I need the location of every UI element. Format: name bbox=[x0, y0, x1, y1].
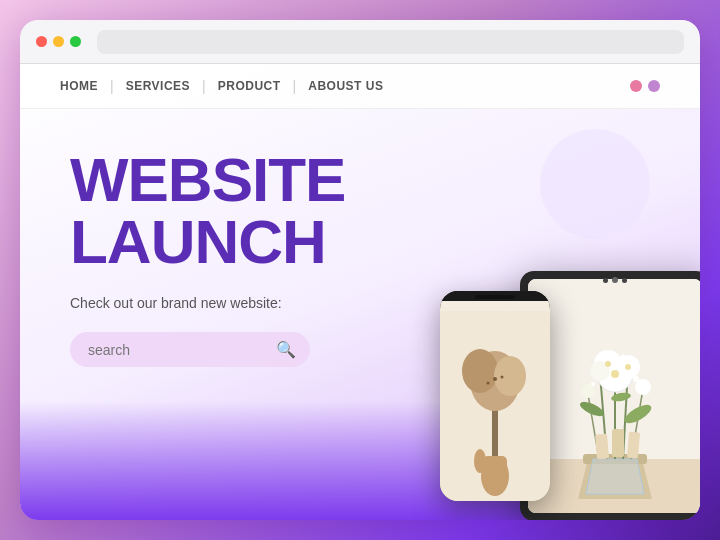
hero-content: WEBSITE LAUNCH Check out our brand new w… bbox=[70, 149, 410, 367]
svg-point-29 bbox=[621, 355, 626, 360]
search-input[interactable] bbox=[88, 342, 276, 358]
minimize-icon[interactable] bbox=[53, 36, 64, 47]
nav-sep-3: | bbox=[293, 78, 297, 94]
browser-window: HOME | SERVICES | PRODUCT | ABOUST US WE… bbox=[20, 20, 700, 520]
svg-rect-33 bbox=[612, 429, 624, 457]
nav-sep-1: | bbox=[110, 78, 114, 94]
svg-point-31 bbox=[591, 382, 595, 386]
hero-title-line1: WEBSITE bbox=[70, 145, 345, 214]
browser-chrome bbox=[20, 20, 700, 64]
svg-point-7 bbox=[501, 376, 504, 379]
cam-dot-left bbox=[603, 278, 608, 283]
hero-subtitle: Check out our brand new website: bbox=[70, 293, 410, 314]
nav-sep-2: | bbox=[202, 78, 206, 94]
nav-dots bbox=[630, 80, 660, 92]
window-controls bbox=[36, 36, 81, 47]
address-bar[interactable] bbox=[97, 30, 684, 54]
phone-notch bbox=[440, 291, 550, 301]
svg-rect-34 bbox=[627, 432, 640, 459]
tablet-flower-illustration bbox=[528, 279, 700, 513]
tablet-screen bbox=[528, 279, 700, 513]
tablet-camera bbox=[603, 277, 627, 283]
svg-point-25 bbox=[611, 370, 619, 378]
svg-point-10 bbox=[474, 449, 486, 473]
nav-home[interactable]: HOME bbox=[60, 79, 98, 93]
nav-dot-pink bbox=[630, 80, 642, 92]
svg-point-5 bbox=[493, 377, 497, 381]
svg-point-27 bbox=[625, 364, 631, 370]
phone-flower-illustration bbox=[440, 311, 550, 501]
svg-point-24 bbox=[581, 384, 595, 398]
svg-point-26 bbox=[605, 361, 611, 367]
nav-services[interactable]: SERVICES bbox=[126, 79, 190, 93]
nav-dot-purple bbox=[648, 80, 660, 92]
svg-point-6 bbox=[487, 382, 490, 385]
hero-title: WEBSITE LAUNCH bbox=[70, 149, 410, 273]
circle-decoration bbox=[540, 129, 650, 239]
navigation: HOME | SERVICES | PRODUCT | ABOUST US bbox=[20, 64, 700, 109]
cam-dot-center bbox=[612, 277, 618, 283]
nav-about[interactable]: ABOUST US bbox=[308, 79, 383, 93]
maximize-icon[interactable] bbox=[70, 36, 81, 47]
svg-point-4 bbox=[494, 356, 526, 396]
browser-content: HOME | SERVICES | PRODUCT | ABOUST US WE… bbox=[20, 64, 700, 520]
hero-section: WEBSITE LAUNCH Check out our brand new w… bbox=[20, 109, 700, 520]
phone-screen bbox=[440, 301, 550, 501]
svg-rect-32 bbox=[595, 434, 609, 460]
devices-mockup bbox=[440, 271, 700, 520]
nav-product[interactable]: PRODUCT bbox=[218, 79, 281, 93]
search-icon[interactable]: 🔍 bbox=[276, 340, 296, 359]
svg-point-3 bbox=[462, 349, 498, 393]
svg-rect-9 bbox=[483, 456, 507, 486]
hero-title-line2: LAUNCH bbox=[70, 207, 326, 276]
close-icon[interactable] bbox=[36, 36, 47, 47]
search-bar[interactable]: 🔍 bbox=[70, 332, 310, 367]
svg-point-30 bbox=[601, 357, 605, 361]
svg-point-28 bbox=[633, 376, 639, 382]
cam-dot-right bbox=[622, 278, 627, 283]
phone-mockup bbox=[440, 291, 550, 501]
